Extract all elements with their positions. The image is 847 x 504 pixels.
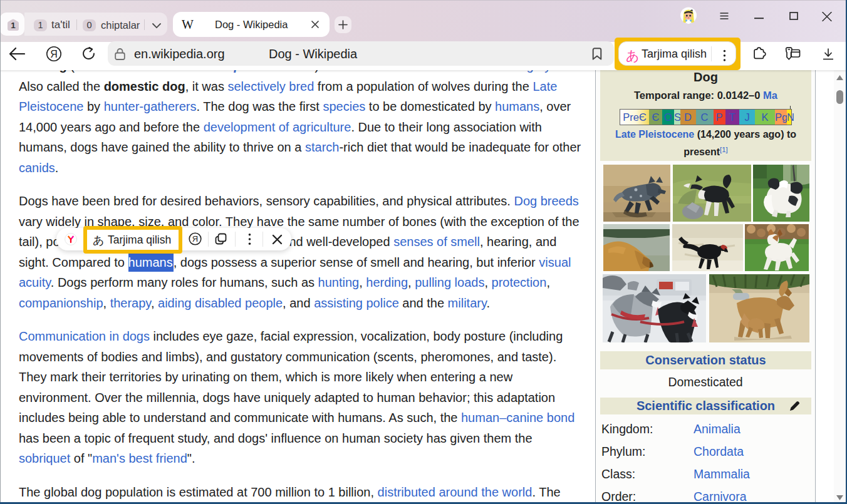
svg-text:1: 1 xyxy=(11,21,16,30)
svg-text:Я: Я xyxy=(50,49,58,59)
svg-text:Я: Я xyxy=(192,234,198,244)
